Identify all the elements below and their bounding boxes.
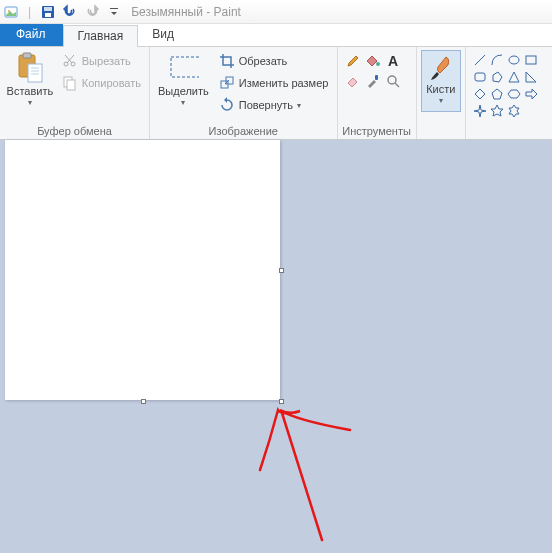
shape-rect-icon[interactable] (523, 52, 538, 67)
svg-point-28 (509, 56, 519, 64)
svg-rect-4 (45, 13, 51, 17)
select-button[interactable]: Выделить ▾ (154, 50, 213, 109)
rotate-label: Повернуть (239, 99, 293, 111)
resize-label: Изменить размер (239, 77, 329, 89)
svg-rect-30 (475, 73, 485, 81)
window-title: Безымянный - Paint (131, 5, 241, 19)
tab-view[interactable]: Вид (138, 24, 189, 46)
copy-icon (62, 75, 78, 91)
resize-handle[interactable] (279, 268, 284, 273)
resize-icon (219, 75, 235, 91)
group-image-label: Изображение (154, 124, 333, 138)
brushes-button[interactable]: Кисти ▾ (421, 50, 461, 112)
resize-button[interactable]: Изменить размер (215, 72, 333, 94)
shape-star4-icon[interactable] (472, 103, 487, 118)
document-name: Безымянный (131, 5, 203, 19)
shape-diamond-icon[interactable] (472, 86, 487, 101)
app-name: Paint (214, 5, 241, 19)
svg-rect-18 (171, 57, 199, 77)
svg-rect-29 (526, 56, 536, 64)
tab-home[interactable]: Главная (63, 25, 139, 47)
rotate-button[interactable]: Повернуть ▾ (215, 94, 333, 116)
shape-roundrect-icon[interactable] (472, 69, 487, 84)
brush-icon (426, 53, 456, 83)
shape-polygon-icon[interactable] (489, 69, 504, 84)
cut-label: Вырезать (82, 55, 131, 67)
title-bar: | Безымянный - Paint (0, 0, 552, 24)
paste-label: Вставить (7, 85, 54, 97)
shape-star6-icon[interactable] (506, 103, 521, 118)
picker-tool-icon[interactable] (364, 72, 382, 90)
shape-pentagon-icon[interactable] (489, 86, 504, 101)
separator: | (28, 5, 31, 19)
canvas[interactable] (5, 140, 280, 400)
resize-handle[interactable] (141, 399, 146, 404)
group-clipboard: Вставить ▾ Вырезать Копировать Буфер (0, 47, 150, 139)
select-icon (167, 52, 199, 84)
eraser-tool-icon[interactable] (344, 72, 362, 90)
save-icon[interactable] (39, 3, 57, 21)
chevron-down-icon: ▾ (297, 101, 301, 110)
shape-hexagon-icon[interactable] (506, 86, 521, 101)
group-image: Выделить ▾ Обрезать Изменить размер (150, 47, 338, 139)
shape-arrowr-icon[interactable] (523, 86, 538, 101)
redo-icon[interactable] (83, 3, 101, 21)
svg-text:A: A (388, 53, 398, 69)
shape-curve-icon[interactable] (489, 52, 504, 67)
shape-star5-icon[interactable] (489, 103, 504, 118)
svg-line-27 (475, 55, 485, 65)
svg-rect-17 (67, 80, 75, 90)
group-clipboard-label: Буфер обмена (4, 124, 145, 138)
paste-icon (14, 52, 46, 84)
group-shapes (466, 47, 552, 139)
copy-button[interactable]: Копировать (58, 72, 145, 94)
group-tools-label: Инструменты (342, 124, 412, 138)
crop-label: Обрезать (239, 55, 288, 67)
svg-point-22 (376, 62, 380, 66)
shape-oval-icon[interactable] (506, 52, 521, 67)
svg-rect-24 (375, 75, 378, 80)
brushes-label: Кисти (426, 83, 455, 95)
chevron-down-icon: ▾ (28, 98, 32, 107)
zoom-tool-icon[interactable] (384, 72, 402, 90)
svg-rect-5 (110, 8, 118, 9)
shape-line-icon[interactable] (472, 52, 487, 67)
pencil-tool-icon[interactable] (344, 52, 362, 70)
shape-triangle-icon[interactable] (506, 69, 521, 84)
group-brushes: Кисти ▾ (417, 47, 466, 139)
rotate-icon (219, 97, 235, 113)
group-shapes-label (470, 124, 548, 138)
shape-rtriangle-icon[interactable] (523, 69, 538, 84)
group-tools: A Инструменты (338, 47, 417, 139)
qat-dropdown-icon[interactable] (105, 3, 123, 21)
svg-rect-7 (23, 53, 31, 58)
text-tool-icon[interactable]: A (384, 52, 402, 70)
paste-button[interactable]: Вставить ▾ (4, 50, 56, 109)
svg-line-26 (395, 83, 399, 87)
scissors-icon (62, 53, 78, 69)
chevron-down-icon: ▾ (439, 96, 443, 105)
chevron-down-icon: ▾ (181, 98, 185, 107)
crop-button[interactable]: Обрезать (215, 50, 333, 72)
fill-tool-icon[interactable] (364, 52, 382, 70)
cut-button[interactable]: Вырезать (58, 50, 145, 72)
ribbon-tabs: Файл Главная Вид (0, 24, 552, 47)
undo-icon[interactable] (61, 3, 79, 21)
svg-point-25 (388, 76, 396, 84)
select-label: Выделить (158, 85, 209, 97)
svg-rect-8 (28, 64, 42, 82)
quick-access-toolbar: | (2, 3, 123, 21)
tab-file[interactable]: Файл (0, 24, 63, 46)
app-icon[interactable] (2, 3, 20, 21)
copy-label: Копировать (82, 77, 141, 89)
ribbon: Вставить ▾ Вырезать Копировать Буфер (0, 47, 552, 140)
canvas-area (0, 140, 552, 553)
crop-icon (219, 53, 235, 69)
resize-handle[interactable] (279, 399, 284, 404)
group-brushes-label (421, 124, 461, 138)
svg-rect-3 (44, 7, 52, 11)
